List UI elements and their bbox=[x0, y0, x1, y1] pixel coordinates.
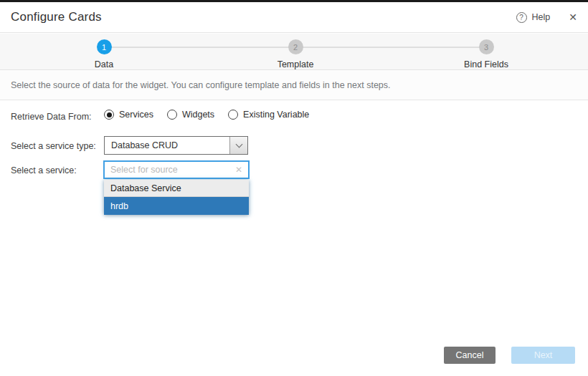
select-dropdown-button[interactable] bbox=[229, 137, 247, 154]
step-template[interactable]: 2 Template bbox=[245, 39, 346, 69]
step-bind-fields[interactable]: 3 Bind Fields bbox=[436, 39, 536, 69]
chevron-down-icon bbox=[235, 141, 242, 148]
step-template-label: Template bbox=[278, 59, 314, 69]
step-bind-fields-circle: 3 bbox=[479, 39, 494, 54]
header-actions: ? Help ✕ bbox=[516, 11, 577, 23]
step-data[interactable]: 1 Data bbox=[54, 39, 154, 69]
service-dropdown-list: Database Service hrdb bbox=[104, 180, 249, 215]
help-link[interactable]: Help bbox=[532, 12, 551, 22]
service-search-input[interactable] bbox=[105, 165, 235, 175]
radio-option-services[interactable]: Services bbox=[104, 110, 153, 120]
service-type-label: Select a service type: bbox=[11, 141, 96, 151]
page-title: Configure Cards bbox=[11, 10, 102, 24]
service-type-value: Database CRUD bbox=[105, 137, 229, 154]
configure-cards-dialog: Configure Cards ? Help ✕ 1 Data 2 Templa… bbox=[0, 0, 588, 376]
dropdown-option-hrdb[interactable]: hrdb bbox=[104, 197, 249, 215]
radio-existing-variable-label: Existing Variable bbox=[243, 110, 309, 120]
radio-option-existing-variable[interactable]: Existing Variable bbox=[228, 110, 309, 120]
step-data-circle: 1 bbox=[97, 39, 112, 54]
radio-services-label: Services bbox=[119, 110, 153, 120]
step-data-label: Data bbox=[95, 59, 113, 69]
step-bind-fields-label: Bind Fields bbox=[464, 59, 508, 69]
close-icon[interactable]: ✕ bbox=[569, 11, 577, 23]
step-description: Select the source of data for the widget… bbox=[0, 71, 588, 100]
radio-existing-variable[interactable] bbox=[228, 110, 238, 120]
radio-option-widgets[interactable]: Widgets bbox=[167, 110, 214, 120]
dropdown-group-header: Database Service bbox=[104, 180, 249, 197]
help-icon[interactable]: ? bbox=[516, 12, 527, 23]
dialog-header: Configure Cards ? Help ✕ bbox=[0, 2, 588, 33]
radio-widgets-label: Widgets bbox=[182, 110, 214, 120]
retrieve-data-from-label: Retrieve Data From: bbox=[11, 112, 92, 122]
cancel-button[interactable]: Cancel bbox=[444, 347, 495, 364]
radio-widgets[interactable] bbox=[167, 110, 177, 120]
next-button[interactable]: Next bbox=[511, 347, 575, 364]
retrieve-data-radio-group: Services Widgets Existing Variable bbox=[104, 110, 309, 120]
wizard-stepper: 1 Data 2 Template 3 Bind Fields bbox=[0, 34, 588, 70]
service-label: Select a service: bbox=[11, 165, 77, 175]
radio-services[interactable] bbox=[104, 110, 114, 120]
step-template-circle: 2 bbox=[288, 39, 303, 54]
clear-icon[interactable]: ✕ bbox=[235, 165, 242, 175]
service-combobox[interactable]: ✕ bbox=[103, 160, 250, 179]
service-type-select[interactable]: Database CRUD bbox=[104, 136, 248, 155]
